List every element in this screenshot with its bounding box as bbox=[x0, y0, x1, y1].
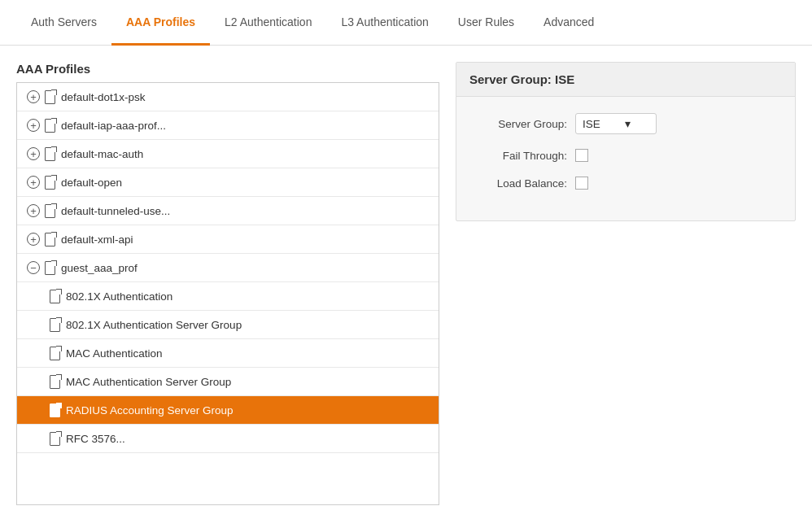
tree-item-default-iap-aaa-prof[interactable]: +default-iap-aaa-prof... bbox=[17, 111, 439, 140]
tree-item-label: default-mac-auth bbox=[61, 148, 143, 160]
doc-icon bbox=[50, 375, 61, 388]
tree-item-label: default-open bbox=[61, 177, 122, 189]
nav-tabs: Auth ServersAAA ProfilesL2 Authenticatio… bbox=[0, 0, 812, 46]
tree-item-label: default-xml-api bbox=[61, 233, 133, 246]
doc-icon bbox=[50, 403, 61, 417]
tree-item-label: MAC Authentication Server Group bbox=[66, 376, 231, 388]
tree-item-label: default-dot1x-psk bbox=[61, 91, 146, 103]
tree-item-dot1x-auth[interactable]: 802.1X Authentication bbox=[17, 282, 439, 311]
fail-through-checkbox[interactable] bbox=[575, 149, 588, 162]
tree-item-default-open[interactable]: +default-open bbox=[17, 168, 439, 197]
tree-item-default-dot1x-psk[interactable]: +default-dot1x-psk bbox=[17, 83, 439, 111]
tree-item-rfc-3576[interactable]: RFC 3576... bbox=[17, 425, 439, 453]
tree-item-label: RADIUS Accounting Server Group bbox=[66, 404, 234, 417]
doc-icon bbox=[45, 147, 56, 160]
tree-item-mac-auth-server-group[interactable]: MAC Authentication Server Group bbox=[17, 368, 439, 396]
server-group-header: Server Group: ISE bbox=[456, 63, 795, 97]
server-group-row: Server Group: ISE ▾ bbox=[469, 113, 782, 134]
tree-item-label: default-tunneled-use... bbox=[61, 205, 170, 217]
tree-item-dot1x-auth-server-group[interactable]: 802.1X Authentication Server Group bbox=[17, 311, 439, 339]
server-group-body: Server Group: ISE ▾ Fail Through: Load B… bbox=[456, 97, 795, 220]
load-balance-checkbox[interactable] bbox=[575, 177, 588, 190]
doc-icon bbox=[45, 90, 56, 103]
tree-item-guest-aaa-prof[interactable]: −guest_aaa_prof bbox=[17, 254, 439, 282]
left-panel: AAA Profiles +default-dot1x-psk+default-… bbox=[16, 62, 439, 506]
server-group-label: Server Group: bbox=[469, 118, 567, 130]
right-panel: Server Group: ISE Server Group: ISE ▾ Fa… bbox=[456, 62, 796, 506]
minus-icon: − bbox=[27, 261, 40, 274]
plus-icon: + bbox=[27, 119, 40, 132]
doc-icon bbox=[50, 290, 61, 303]
doc-icon bbox=[45, 119, 56, 132]
chevron-down-icon: ▾ bbox=[625, 117, 631, 130]
nav-tab-aaa-profiles[interactable]: AAA Profiles bbox=[111, 1, 210, 46]
fail-through-row: Fail Through: bbox=[469, 149, 782, 162]
server-group-value: ISE bbox=[583, 118, 600, 130]
tree-container[interactable]: +default-dot1x-psk+default-iap-aaa-prof.… bbox=[16, 82, 439, 505]
doc-icon bbox=[50, 432, 61, 445]
plus-icon: + bbox=[27, 90, 40, 103]
load-balance-label: Load Balance: bbox=[469, 177, 567, 190]
tree-item-radius-accounting-server-group[interactable]: RADIUS Accounting Server Group bbox=[17, 396, 439, 425]
main-content: AAA Profiles +default-dot1x-psk+default-… bbox=[0, 46, 812, 506]
doc-icon bbox=[45, 233, 56, 246]
load-balance-row: Load Balance: bbox=[469, 177, 782, 190]
tree-item-label: guest_aaa_prof bbox=[61, 262, 138, 274]
tree-item-default-tunneled-use[interactable]: +default-tunneled-use... bbox=[17, 197, 439, 225]
nav-tab-auth-servers[interactable]: Auth Servers bbox=[16, 1, 111, 46]
doc-icon bbox=[45, 176, 56, 189]
doc-icon bbox=[45, 261, 56, 274]
nav-tab-user-rules[interactable]: User Rules bbox=[443, 1, 529, 46]
nav-tab-l2-auth[interactable]: L2 Authentication bbox=[210, 1, 326, 46]
plus-icon: + bbox=[27, 147, 40, 160]
tree-item-label: MAC Authentication bbox=[66, 347, 163, 360]
tree-item-label: 802.1X Authentication Server Group bbox=[66, 319, 242, 331]
plus-icon: + bbox=[27, 204, 40, 217]
doc-icon bbox=[50, 318, 61, 331]
tree-item-default-xml-api[interactable]: +default-xml-api bbox=[17, 225, 439, 254]
server-group-card: Server Group: ISE Server Group: ISE ▾ Fa… bbox=[456, 62, 796, 221]
nav-tab-advanced[interactable]: Advanced bbox=[529, 1, 609, 46]
tree-item-label: RFC 3576... bbox=[66, 433, 125, 445]
tree-item-label: default-iap-aaa-prof... bbox=[61, 120, 166, 132]
doc-icon bbox=[45, 204, 56, 217]
doc-icon bbox=[50, 347, 61, 360]
server-group-select[interactable]: ISE ▾ bbox=[575, 113, 657, 134]
nav-tab-l3-auth[interactable]: L3 Authentication bbox=[326, 1, 443, 46]
plus-icon: + bbox=[27, 233, 40, 246]
tree-item-mac-auth[interactable]: MAC Authentication bbox=[17, 339, 439, 368]
tree-item-default-mac-auth[interactable]: +default-mac-auth bbox=[17, 140, 439, 168]
left-panel-title: AAA Profiles bbox=[16, 62, 439, 76]
plus-icon: + bbox=[27, 176, 40, 189]
tree-item-label: 802.1X Authentication bbox=[66, 290, 172, 303]
fail-through-label: Fail Through: bbox=[469, 150, 567, 162]
